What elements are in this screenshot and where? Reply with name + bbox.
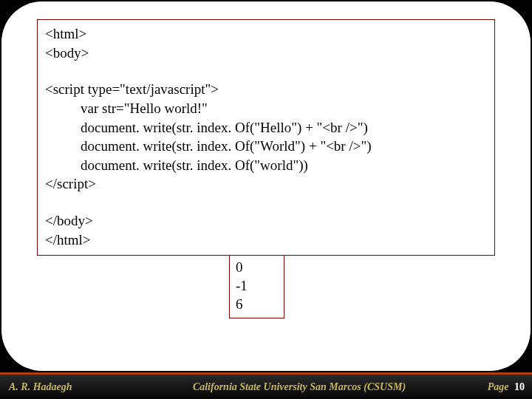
- footer-author: A. R. Hadaegh: [0, 381, 133, 393]
- code-line: document. write(str. index. Of("world")): [45, 156, 487, 175]
- code-line: </body>: [45, 211, 487, 231]
- blank-line: [45, 62, 487, 80]
- output-line: 6: [236, 296, 278, 314]
- code-line: </html>: [45, 231, 487, 250]
- code-box: <html> <body> <script type="text/javascr…: [37, 19, 495, 256]
- footer-university: California State University San Marcos (…: [133, 381, 466, 393]
- code-line: <script type="text/javascript">: [45, 80, 487, 99]
- blank-line: [45, 194, 487, 211]
- code-line: document. write(str. index. Of("World") …: [45, 137, 487, 156]
- output-line: 0: [236, 259, 278, 277]
- slide-frame: <html> <body> <script type="text/javascr…: [1, 1, 531, 371]
- code-line: <body>: [45, 44, 487, 63]
- slide-footer: A. R. Hadaegh California State Universit…: [0, 372, 532, 399]
- output-box: 0 -1 6: [229, 256, 284, 318]
- page-number: 10: [511, 381, 525, 392]
- code-line: </script>: [45, 174, 487, 194]
- code-line: var str="Hello world!": [45, 99, 487, 118]
- code-line: document. write(str. index. Of("Hello") …: [45, 118, 487, 137]
- code-line: <html>: [45, 24, 487, 44]
- output-line: -1: [236, 277, 278, 296]
- footer-page: Page 10: [466, 381, 532, 393]
- page-label: Page: [488, 381, 509, 392]
